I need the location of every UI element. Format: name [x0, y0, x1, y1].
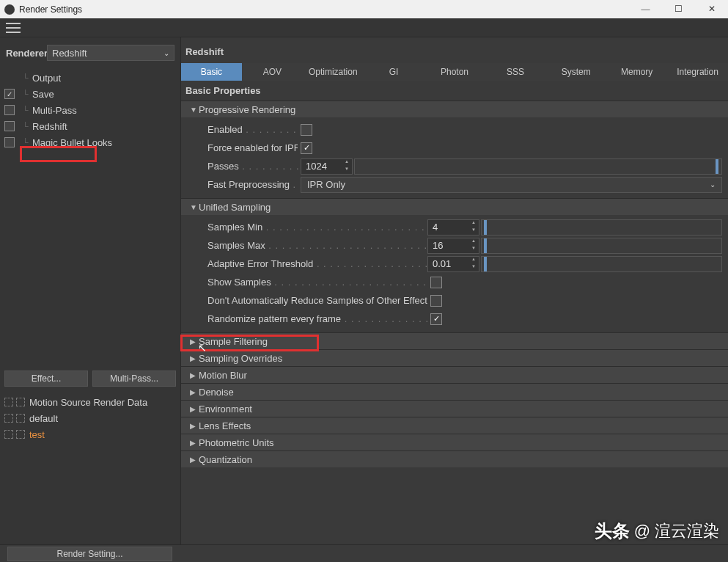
- disclosure-triangle-icon: [190, 203, 197, 211]
- dont-reduce-checkbox[interactable]: [430, 295, 442, 307]
- effect-button[interactable]: Effect...: [4, 371, 88, 387]
- tree-branch-icon: └: [19, 106, 32, 114]
- hamburger-menu-icon[interactable]: [4, 21, 22, 34]
- slider-thumb[interactable]: [484, 220, 487, 235]
- renderer-value: Redshift: [52, 48, 87, 59]
- renderer-label: Renderer: [6, 48, 47, 59]
- highlight-annotation: [20, 146, 97, 162]
- list-item[interactable]: test: [3, 426, 177, 442]
- tree-item-output[interactable]: └ Output: [0, 70, 180, 86]
- passes-slider[interactable]: [354, 158, 722, 175]
- settings-tree: └ Output └ Save └ Multi-Pass └ Redshift …: [0, 67, 180, 368]
- group-header-progressive[interactable]: Progressive Rendering: [181, 101, 728, 117]
- force-ipr-checkbox[interactable]: [301, 142, 312, 154]
- adaptive-threshold-input[interactable]: 0.01 ▲▼: [427, 256, 479, 272]
- fast-preprocessing-dropdown[interactable]: IPR Only ⌄: [301, 177, 722, 193]
- selection-box-icon: [16, 414, 25, 423]
- panel-title: Redshift: [181, 37, 728, 63]
- selection-box-icon: [16, 398, 25, 406]
- randomize-checkbox[interactable]: [430, 313, 442, 325]
- spinner-icon[interactable]: ▲▼: [468, 257, 479, 271]
- spinner-icon[interactable]: ▲▼: [468, 238, 479, 253]
- tree-item-save[interactable]: └ Save: [0, 86, 180, 102]
- tab-sss[interactable]: SSS: [485, 63, 545, 81]
- tab-basic[interactable]: Basic: [181, 63, 242, 81]
- group-header-environment[interactable]: Environment: [181, 400, 728, 417]
- selection-box-icon: [4, 430, 13, 439]
- disclosure-triangle-icon: [190, 354, 197, 362]
- group-header-motion-blur[interactable]: Motion Blur: [181, 366, 728, 383]
- group-header-denoise[interactable]: Denoise: [181, 383, 728, 400]
- field-label: Adaptive Error Threshold: [207, 258, 427, 269]
- passes-input[interactable]: 1024 ▲▼: [301, 158, 353, 175]
- list-item[interactable]: default: [3, 410, 177, 426]
- render-setting-button[interactable]: Render Setting...: [7, 547, 172, 561]
- tab-gi[interactable]: GI: [364, 63, 424, 81]
- slider-thumb[interactable]: [716, 159, 718, 174]
- adaptive-threshold-slider[interactable]: [481, 256, 722, 272]
- tab-photon[interactable]: Photon: [424, 63, 485, 81]
- group-header-photometric[interactable]: Photometric Units: [181, 434, 728, 450]
- group-header-unified[interactable]: Unified Sampling: [181, 198, 728, 215]
- mouse-cursor-icon: ↖: [198, 342, 207, 354]
- tab-aov[interactable]: AOV: [242, 63, 303, 81]
- disclosure-triangle-icon: [190, 422, 197, 430]
- main-panel: Redshift Basic AOV Optimization GI Photo…: [181, 37, 728, 544]
- disclosure-triangle-icon: [190, 456, 197, 464]
- maximize-button[interactable]: ☐: [662, 0, 695, 18]
- list-item[interactable]: Motion Source Render Data: [3, 394, 177, 410]
- minimize-button[interactable]: —: [629, 0, 662, 18]
- window-titlebar: Render Settings — ☐ ✕: [0, 0, 728, 18]
- field-label: Samples Min: [207, 222, 427, 233]
- field-label: Fast Preprocessing: [207, 179, 301, 190]
- tree-branch-icon: └: [19, 73, 32, 82]
- disclosure-triangle-icon: [190, 388, 197, 396]
- checkbox-spacer: [4, 73, 15, 83]
- spinner-icon[interactable]: ▲▼: [468, 220, 479, 235]
- field-label: Enabled: [207, 124, 298, 135]
- tab-memory[interactable]: Memory: [606, 63, 667, 81]
- field-label: Passes: [207, 161, 301, 172]
- app-icon: [4, 4, 15, 15]
- spinner-icon[interactable]: ▲▼: [342, 159, 352, 174]
- slider-thumb[interactable]: [484, 238, 487, 253]
- multipass-checkbox[interactable]: [4, 105, 15, 115]
- field-label: Don't Automatically Reduce Samples of Ot…: [207, 295, 427, 306]
- field-label: Randomize pattern every frame: [207, 313, 427, 324]
- tree-item-redshift[interactable]: └ Redshift: [0, 118, 180, 134]
- save-checkbox[interactable]: [4, 89, 15, 99]
- selection-box-icon: [4, 398, 13, 406]
- selection-box-icon: [16, 430, 25, 439]
- multipass-button[interactable]: Multi-Pass...: [92, 371, 176, 387]
- redshift-checkbox[interactable]: [4, 121, 15, 131]
- disclosure-triangle-icon: [190, 405, 197, 413]
- section-title: Basic Properties: [181, 81, 728, 101]
- samples-min-slider[interactable]: [481, 219, 722, 236]
- preset-list: Motion Source Render Data default test: [0, 390, 180, 447]
- group-body-unified: Samples Min 4 ▲▼ Samples Max 16 ▲▼ Adapt…: [181, 215, 728, 332]
- show-samples-checkbox[interactable]: [430, 277, 442, 288]
- tab-integration[interactable]: Integration: [667, 63, 728, 81]
- samples-max-slider[interactable]: [481, 238, 722, 254]
- field-label: Samples Max: [207, 240, 427, 251]
- samples-min-input[interactable]: 4 ▲▼: [427, 219, 479, 236]
- chevron-down-icon: ⌄: [163, 49, 169, 57]
- renderer-dropdown[interactable]: Redshift ⌄: [47, 45, 174, 61]
- slider-thumb[interactable]: [484, 257, 487, 271]
- samples-max-input[interactable]: 16 ▲▼: [427, 238, 479, 254]
- watermark: 头条 @ 渲云渲染: [595, 519, 719, 543]
- disclosure-triangle-icon: [190, 439, 197, 447]
- tree-branch-icon: └: [19, 122, 32, 131]
- disclosure-triangle-icon: [190, 106, 197, 114]
- group-header-sampling-overrides[interactable]: Sampling Overrides: [181, 349, 728, 366]
- close-button[interactable]: ✕: [695, 0, 728, 18]
- group-header-lens-effects[interactable]: Lens Effects: [181, 417, 728, 434]
- enabled-checkbox[interactable]: [301, 124, 312, 136]
- tab-system[interactable]: System: [545, 63, 606, 81]
- magicbullet-checkbox[interactable]: [4, 137, 15, 147]
- chevron-down-icon: ⌄: [710, 180, 716, 189]
- tab-optimization[interactable]: Optimization: [303, 63, 364, 81]
- group-header-quantization[interactable]: Quantization: [181, 450, 728, 467]
- selection-box-icon: [4, 414, 13, 423]
- tree-item-multipass[interactable]: └ Multi-Pass: [0, 102, 180, 118]
